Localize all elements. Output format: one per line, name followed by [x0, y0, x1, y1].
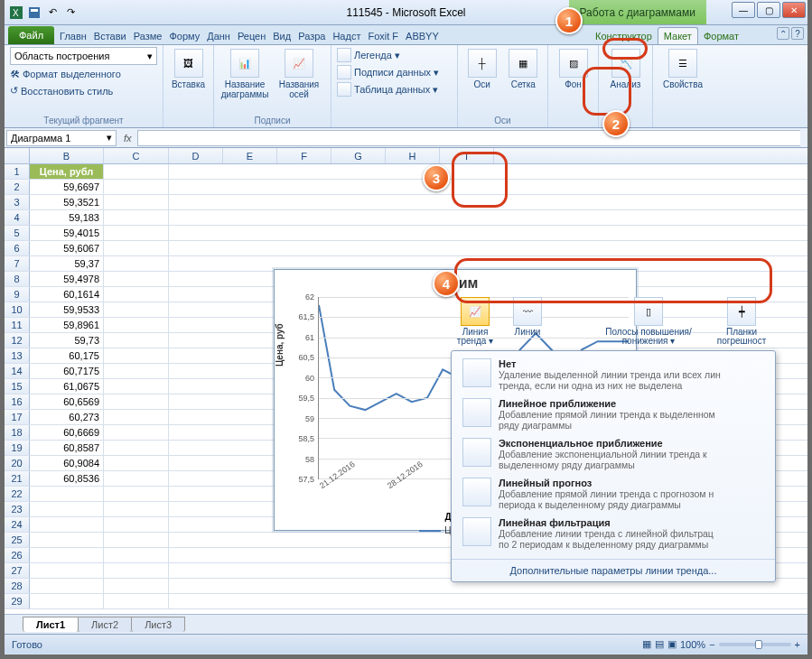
data-cell[interactable]: 59,3521 [30, 195, 104, 209]
sheet-tab[interactable]: Лист1 [23, 617, 79, 632]
data-cell[interactable]: 60,8587 [30, 441, 104, 455]
data-cell[interactable]: 61,0675 [30, 379, 104, 394]
data-cell[interactable]: 59,4015 [30, 226, 104, 240]
formula-input[interactable] [137, 130, 800, 146]
chart-element-selector[interactable]: Область построения▾ [10, 47, 157, 65]
save-icon[interactable] [26, 5, 42, 21]
legend-button[interactable]: Легенда ▾ [337, 47, 400, 63]
redo-icon[interactable]: ↷ [62, 5, 79, 21]
data-cell[interactable]: 59,4978 [30, 272, 104, 286]
format-selection-button[interactable]: 🛠Формат выделенного [10, 67, 157, 81]
data-cell[interactable]: 60,6669 [30, 425, 104, 440]
undo-icon[interactable]: ↶ [44, 5, 61, 21]
properties-icon: ☰ [668, 49, 697, 78]
tab-home[interactable]: Главн [56, 28, 90, 44]
minimize-button[interactable]: — [732, 2, 755, 18]
trendline-icon: 📈 [461, 297, 490, 326]
tab-developer[interactable]: Разра [294, 28, 329, 44]
axes-button[interactable]: ┼Оси [463, 47, 501, 89]
updown-bars-button[interactable]: ▯Полосы повышения/понижения ▾ [595, 297, 702, 351]
fx-icon[interactable]: fx [118, 133, 137, 144]
lines-icon: 〰 [513, 297, 542, 326]
tab-review[interactable]: Рецен [234, 28, 269, 44]
trendline-option[interactable]: НетУдаление выделенной линии тренда или … [457, 355, 770, 394]
maximize-button[interactable]: ▢ [757, 2, 780, 18]
data-cell[interactable]: 59,9533 [30, 302, 104, 317]
col-header[interactable]: E [223, 148, 277, 163]
chart-title-icon: 📊 [230, 49, 259, 78]
tab-chart-design[interactable]: Конструктор [590, 28, 658, 44]
lines-button[interactable]: 〰Линии [505, 297, 550, 351]
zoom-level[interactable]: 100% [680, 639, 705, 650]
excel-icon[interactable]: X [8, 5, 24, 21]
tab-abbyy[interactable]: ABBYY [402, 28, 443, 44]
data-cell[interactable]: 59,6067 [30, 241, 104, 255]
data-labels-button[interactable]: Подписи данных ▾ [337, 64, 439, 80]
col-header[interactable]: H [386, 148, 440, 163]
data-cell[interactable]: 59,6697 [30, 180, 104, 194]
col-header[interactable]: B [30, 148, 104, 163]
minimize-ribbon-icon[interactable]: ⌃ [777, 27, 789, 40]
data-cell[interactable]: 60,8536 [30, 471, 104, 486]
data-cell[interactable]: 60,7175 [30, 364, 104, 378]
help-icon[interactable]: ? [791, 27, 804, 40]
tab-pagelayout[interactable]: Разме [130, 28, 166, 44]
col-header[interactable]: F [277, 148, 331, 163]
svg-rect-2 [29, 7, 40, 18]
more-trendline-options[interactable]: Дополнительные параметры линии тренда... [452, 559, 775, 581]
close-button[interactable]: ✕ [782, 2, 806, 18]
worksheet-grid: B C D E F G H I 1Цена, рубл259,6697359,3… [5, 148, 807, 614]
trendline-option-icon [462, 478, 491, 506]
zoom-in-button[interactable]: + [795, 639, 800, 650]
col-header[interactable]: C [104, 148, 169, 163]
tab-file[interactable]: Файл [8, 26, 54, 44]
tab-addins[interactable]: Надст [329, 28, 364, 44]
zoom-out-button[interactable]: − [709, 639, 714, 650]
trendline-option[interactable]: Линейная фильтрацияДобавление линии трен… [457, 514, 770, 553]
reset-style-button[interactable]: ↺Восстановить стиль [10, 83, 157, 98]
insert-shape-button[interactable]: 🖼Вставка [169, 47, 208, 89]
tab-formulas[interactable]: Форму [165, 28, 203, 44]
data-cell[interactable]: 60,273 [30, 410, 104, 424]
data-cell[interactable]: 59,37 [30, 256, 104, 271]
tab-chart-format[interactable]: Формат [698, 28, 744, 44]
tab-foxit[interactable]: Foxit F [364, 28, 402, 44]
view-layout-icon[interactable]: ▤ [655, 638, 664, 650]
gridlines-button[interactable]: ▦Сетка [505, 47, 543, 89]
trendline-option[interactable]: Линейный прогнозДобавление прямой линии … [457, 474, 770, 514]
data-cell[interactable]: 59,8961 [30, 318, 104, 332]
data-cell[interactable]: 60,6569 [30, 394, 104, 409]
col-header[interactable]: I [440, 148, 494, 163]
svg-rect-3 [31, 9, 38, 12]
properties-button[interactable]: ☰Свойства [658, 47, 707, 89]
reset-icon: ↺ [10, 85, 18, 97]
tab-view[interactable]: Вид [269, 28, 294, 44]
select-all-corner[interactable] [5, 148, 30, 163]
data-table-button[interactable]: Таблица данных ▾ [337, 81, 438, 97]
data-cell[interactable]: 59,183 [30, 210, 104, 225]
sheet-tab[interactable]: Лист2 [78, 617, 132, 632]
data-cell[interactable]: 60,9084 [30, 456, 104, 470]
data-cell[interactable]: 60,1614 [30, 287, 104, 302]
trendline-button[interactable]: 📈Линия тренда ▾ [453, 297, 498, 351]
view-normal-icon[interactable]: ▦ [642, 638, 651, 650]
sheet-tab[interactable]: Лист3 [131, 617, 185, 632]
error-bars-button[interactable]: ┿Планки погрешност [709, 297, 774, 351]
chart-title-button[interactable]: 📊Название диаграммы [219, 47, 270, 99]
analysis-button[interactable]: 📉Анализ [604, 47, 647, 89]
data-table-icon [337, 82, 351, 97]
data-cell[interactable]: 59,73 [30, 333, 104, 348]
background-button[interactable]: ▨Фон [554, 47, 593, 89]
name-box[interactable]: Диаграмма 1▾ [6, 130, 117, 146]
data-cell[interactable]: 60,175 [30, 348, 104, 363]
tab-data[interactable]: Данн [203, 28, 234, 44]
trendline-option[interactable]: Линейное приближениеДобавление прямой ли… [457, 394, 770, 434]
trendline-option[interactable]: Экспоненциальное приближениеДобавление э… [457, 434, 770, 474]
tab-chart-layout[interactable]: Макет [658, 27, 698, 44]
tab-insert[interactable]: Встави [90, 28, 130, 44]
col-header[interactable]: G [331, 148, 386, 163]
col-header[interactable]: D [169, 148, 223, 163]
axis-titles-button[interactable]: 📈Названия осей [274, 47, 324, 99]
zoom-slider[interactable] [719, 643, 791, 646]
view-pagebreak-icon[interactable]: ▣ [667, 638, 677, 650]
